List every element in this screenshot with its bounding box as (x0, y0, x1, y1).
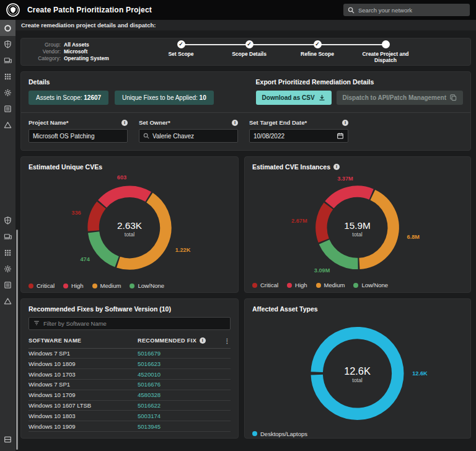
info-icon[interactable] (232, 120, 238, 126)
recommended-fix-link[interactable]: 4580328 (138, 391, 161, 398)
input-wrap[interactable] (249, 129, 348, 143)
sidebar-item-devices-icon[interactable] (0, 52, 15, 68)
donut-value-label: 603 (117, 174, 126, 181)
scrollbar-thumb[interactable] (16, 230, 18, 450)
unique-cves-donut: 6031.22K4743362.63Ktotal (21, 171, 238, 282)
legend-item-high[interactable]: High (287, 282, 307, 288)
recommended-fix-link[interactable]: 5016623 (138, 360, 161, 367)
legend-dot-icon (63, 284, 68, 288)
kebab-icon[interactable]: ⋮ (224, 337, 231, 344)
info-icon[interactable] (333, 164, 340, 170)
cve-instances-title: Estimated CVE Instances (252, 163, 330, 171)
donut-center-label: total (352, 231, 362, 238)
top-header: Create Patch Prioritization Project (0, 0, 476, 20)
donut-value-label: 6.8M (407, 234, 420, 240)
donut-segment-low-none[interactable] (324, 242, 358, 264)
info-icon[interactable] (121, 120, 128, 126)
calendar-icon[interactable] (337, 132, 344, 140)
software-name-cell: Windows 10 1703 (29, 371, 138, 378)
footer-bar: ← Back Create Exit to Project List → (20, 444, 471, 451)
field-input[interactable] (253, 133, 333, 140)
info-icon[interactable] (342, 120, 348, 126)
info-icon[interactable] (200, 337, 206, 344)
legend-item-low-none[interactable]: Low/None (353, 282, 388, 288)
legend-dot-icon (316, 283, 321, 288)
donut-segment-critical[interactable] (321, 206, 328, 241)
legend-item-high[interactable]: High (63, 282, 84, 289)
sidebar-item-gear-icon[interactable] (0, 84, 15, 100)
software-name-cell: Windows 10 1809 (29, 360, 138, 367)
field-project-name-: Project Name* (29, 119, 128, 143)
filter-input[interactable] (43, 320, 226, 327)
donut-value-label: 3.09M (314, 267, 330, 274)
legend-item-desktops-laptops[interactable]: Desktops/Laptops (252, 431, 307, 437)
sidebar-item-console-icon[interactable] (0, 431, 15, 447)
field-input[interactable] (152, 133, 234, 140)
step-check-icon: ✓ (245, 40, 253, 48)
sidebar-item-shield-icon[interactable] (0, 212, 15, 228)
app-logo-icon[interactable] (6, 3, 20, 17)
recommended-fix-link[interactable]: 5016622 (138, 402, 161, 409)
dispatch-button[interactable]: Dispatch to API/Patch Management (337, 91, 463, 105)
sidebar-item-alert-triangle-icon[interactable] (0, 117, 15, 133)
donut-value-label: 12.6K (412, 370, 428, 377)
legend-item-medium[interactable]: Medium (92, 282, 121, 289)
col-software-name[interactable]: SOFTWARE NAME (29, 337, 138, 344)
donut-center-value: 15.9M (344, 220, 371, 231)
recommended-fix-link[interactable]: 4520010 (138, 371, 161, 378)
bottom-row: Recommended Fixes by Software Version (1… (20, 298, 471, 439)
stepper-panel: Group:All AssetsVendor:MicrosoftCategory… (20, 38, 471, 66)
sidebar-item-gear-icon[interactable] (0, 261, 15, 277)
sidebar-item-alert-triangle-icon[interactable] (0, 293, 15, 309)
table-row: Windows 10 1607 LTSB5016622 (29, 401, 231, 411)
donut-segment-low-none[interactable] (94, 232, 117, 261)
legend-item-low-none[interactable]: Low/None (130, 282, 164, 289)
recommended-fix-link[interactable]: 5013945 (138, 423, 161, 430)
recommended-fix-link[interactable]: 5003174 (138, 413, 161, 419)
charts-row: Estimated Unique CVEs 6031.22K4743362.63… (20, 156, 471, 293)
input-wrap[interactable] (29, 129, 128, 143)
project-fields: Project Name*Set Owner*Set Target End Da… (29, 119, 463, 143)
sidebar-item-report-icon[interactable] (0, 277, 15, 293)
software-filter[interactable] (29, 317, 231, 330)
donut-segment-high[interactable] (102, 192, 148, 204)
recommended-fix-link[interactable]: 5016676 (138, 381, 161, 388)
global-search[interactable] (343, 4, 470, 16)
legend-dot-icon (92, 284, 97, 288)
donut-segment-critical[interactable] (94, 205, 102, 231)
stepper: ✓Set Scope✓Scope Details✓Refine ScopeCre… (147, 40, 420, 63)
legend-dot-icon (29, 284, 33, 288)
download-csv-button[interactable]: Download as CSV (256, 91, 332, 105)
legend-dot-icon (252, 283, 257, 288)
input-wrap[interactable] (139, 129, 238, 143)
donut-value-label: 2.67M (291, 218, 307, 224)
sidebar-item-shield-icon[interactable] (0, 36, 15, 52)
donut-center-label: total (125, 231, 134, 238)
legend-item-critical[interactable]: Critical (252, 282, 278, 288)
asset-types-title: Affected Asset Types (252, 305, 318, 313)
col-recommended-fix[interactable]: RECOMMENDED FIX (138, 337, 196, 344)
copy-icon (450, 94, 457, 101)
legend-dot-icon (353, 283, 358, 288)
software-name-cell: Windows 7 SP1 (29, 381, 138, 388)
fixes-table-card: Recommended Fixes by Software Version (1… (20, 298, 239, 439)
donut-segment-high[interactable] (329, 192, 371, 205)
legend-item-medium[interactable]: Medium (316, 282, 345, 288)
sidebar-item-grid-icon[interactable] (0, 244, 15, 261)
sidebar-item-target-icon[interactable] (0, 20, 15, 36)
legend-item-critical[interactable]: Critical (29, 282, 55, 289)
recommended-fix-link[interactable]: 5016679 (138, 350, 161, 357)
asset-types-legend: Desktops/Laptops (245, 431, 470, 444)
field-set-target-end-date-: Set Target End Date* (249, 119, 348, 143)
cve-instances-card: Estimated CVE Instances 3.37M6.8M3.09M2.… (244, 156, 471, 293)
sidebar-item-grid-icon[interactable] (0, 68, 15, 84)
table-row: Windows 10 18035003174 (29, 411, 231, 421)
sidebar-item-devices-icon[interactable] (0, 228, 15, 244)
donut-center-value: 12.6K (344, 365, 371, 377)
details-title: Details (29, 78, 214, 86)
software-name-cell: Windows 7 SP1 (29, 350, 138, 357)
field-input[interactable] (33, 133, 123, 140)
search-input[interactable] (358, 7, 465, 14)
sidebar-item-report-icon[interactable] (0, 100, 15, 117)
step-check-icon: ✓ (177, 40, 185, 48)
